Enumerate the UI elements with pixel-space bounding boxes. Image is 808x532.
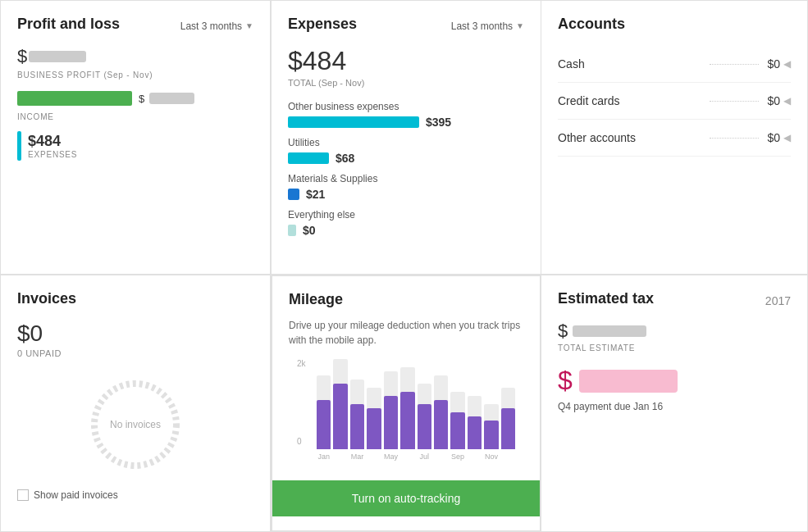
bar-fg-11 [501, 408, 515, 449]
chevron-right-other-icon: ◀ [783, 132, 791, 143]
expenses-bar [17, 131, 21, 161]
account-row-other[interactable]: Other accounts $0 ◀ [558, 120, 791, 157]
tax-title: Estimated tax [558, 290, 654, 307]
invoices-title: Invoices [17, 290, 76, 307]
profit-loss-card: Profit and loss Last 3 months ▼ $ BUSINE… [0, 0, 271, 275]
x-label-11 [501, 452, 515, 461]
auto-tracking-button[interactable]: Turn on auto-tracking [272, 480, 540, 516]
bar-bg-0 [317, 375, 331, 449]
x-label-10: Nov [484, 452, 498, 461]
expense-bar-4 [288, 225, 296, 236]
profit-loss-period[interactable]: Last 3 months ▼ [180, 20, 253, 32]
expenses-total-amount: $484 [288, 46, 524, 76]
tax-dollar-sign: $ [558, 321, 568, 342]
bar-group-10 [484, 359, 498, 449]
bar-bg-8 [450, 392, 464, 449]
bar-bg-7 [434, 375, 448, 449]
account-name-credit: Credit cards [558, 94, 619, 107]
business-profit-label: BUSINESS PROFIT (Sep - Nov) [17, 70, 253, 80]
tax-card: Estimated tax 2017 $ TOTAL ESTIMATE $ Q4… [541, 275, 808, 532]
expense-bar-3 [288, 189, 299, 200]
bar-group-8 [450, 359, 464, 449]
accounts-card: Accounts Cash $0 ◀ Credit cards $0 ◀ Oth… [541, 0, 808, 275]
bar-group-9 [468, 359, 482, 449]
bar-group-5 [400, 359, 414, 449]
income-amount: $ [139, 93, 194, 105]
account-dots-credit [710, 101, 759, 102]
bar-group-6 [418, 359, 431, 449]
income-blurred [149, 93, 194, 104]
expense-item-4: Everything else $0 [288, 209, 524, 237]
account-dots-cash [710, 64, 759, 65]
expenses-title: Expenses [288, 16, 357, 33]
bar-bg-11 [501, 388, 515, 449]
mileage-title: Mileage [289, 291, 343, 308]
x-label-9 [468, 452, 482, 461]
no-invoices-text: No invoices [110, 419, 161, 430]
expenses-period[interactable]: Last 3 months ▼ [451, 20, 524, 32]
q4-row: $ [558, 366, 791, 396]
expense-amount-1: $395 [426, 116, 451, 129]
account-name-cash: Cash [558, 57, 585, 70]
bar-group-11 [501, 359, 515, 449]
x-label-4: May [384, 452, 398, 461]
tax-total-label: TOTAL ESTIMATE [558, 343, 791, 352]
tax-total-amount-row: $ [558, 321, 791, 342]
bar-bg-2 [350, 380, 364, 449]
expense-bar-2 [288, 152, 329, 164]
bar-fg-10 [484, 421, 498, 449]
bar-bg-5 [400, 367, 414, 449]
account-row-credit[interactable]: Credit cards $0 ◀ [558, 83, 791, 120]
invoices-card: Invoices $0 0 UNPAID No invoices Show pa… [0, 275, 271, 532]
chevron-right-cash-icon: ◀ [783, 58, 791, 70]
profit-dollar: $ [17, 46, 27, 67]
bar-fg-8 [450, 412, 464, 449]
expenses-total-label: TOTAL (Sep - Nov) [288, 78, 524, 88]
x-label-0: Jan [317, 452, 331, 461]
bar-fg-2 [350, 404, 364, 449]
period-arrow-icon: ▼ [245, 21, 253, 30]
show-paid-row[interactable]: Show paid invoices [17, 489, 253, 501]
q4-label: Q4 payment due Jan 16 [558, 401, 791, 412]
mileage-chart: 2k 0 JanMarMayJulSepNov [289, 359, 523, 474]
income-label: INCOME [17, 112, 253, 121]
expense-amount-3: $21 [306, 188, 325, 201]
bar-bg-3 [367, 388, 381, 449]
bar-bg-9 [468, 396, 482, 449]
expenses-period-arrow: ▼ [516, 21, 524, 30]
unpaid-label: 0 UNPAID [17, 348, 253, 358]
expense-bar-1 [288, 116, 419, 128]
expenses-label: EXPENSES [28, 150, 77, 159]
expenses-amount: $484 [28, 133, 77, 150]
x-label-8: Sep [450, 452, 464, 461]
show-paid-label: Show paid invoices [34, 489, 118, 501]
account-amount-cash: $0 [767, 57, 780, 70]
bar-fg-1 [333, 384, 347, 449]
accounts-title: Accounts [558, 16, 625, 33]
expense-label-2: Utilities [288, 137, 524, 148]
bar-fg-5 [400, 392, 414, 449]
mileage-card: Mileage Drive up your mileage deduction … [271, 275, 541, 532]
expense-label-3: Materials & Supplies [288, 173, 524, 184]
x-label-2: Mar [350, 452, 364, 461]
bar-group-4 [384, 359, 398, 449]
bar-bg-1 [333, 359, 347, 449]
bar-bg-10 [484, 404, 498, 449]
chevron-right-credit-icon: ◀ [783, 95, 791, 107]
show-paid-checkbox[interactable] [17, 489, 29, 501]
account-row-cash[interactable]: Cash $0 ◀ [558, 46, 791, 83]
account-amount-other: $0 [767, 131, 780, 144]
bar-fg-3 [367, 408, 381, 449]
q4-amount-blurred [579, 370, 678, 393]
bar-fg-7 [434, 400, 448, 449]
bar-fg-6 [418, 404, 431, 449]
x-label-7 [434, 452, 448, 461]
bar-fg-0 [317, 400, 331, 449]
mileage-description: Drive up your mileage deduction when you… [289, 318, 523, 348]
profit-loss-title: Profit and loss [17, 16, 120, 33]
expense-amount-2: $68 [336, 152, 354, 165]
dashboard: Profit and loss Last 3 months ▼ $ BUSINE… [0, 0, 808, 532]
account-dots-other [710, 138, 759, 139]
y-label-2k: 2k [297, 359, 313, 368]
invoices-amount: $0 [17, 321, 253, 347]
